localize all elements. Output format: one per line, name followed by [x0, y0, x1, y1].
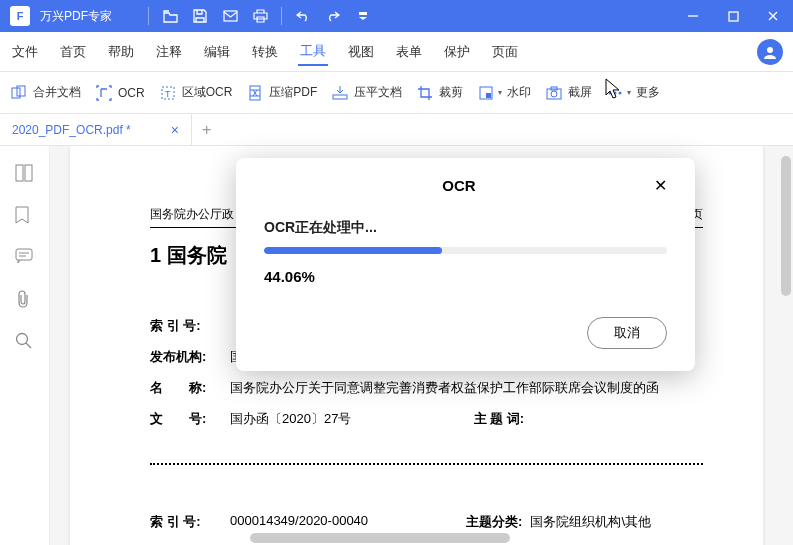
dialog-close-icon[interactable]: ✕ [654, 176, 667, 195]
app-logo-icon: F [10, 6, 30, 26]
tab-close-icon[interactable]: × [171, 122, 179, 138]
tool-screenshot[interactable]: 截屏 [545, 84, 592, 102]
attachment-icon[interactable] [15, 290, 35, 310]
dialog-title: OCR [264, 177, 654, 194]
menu-home[interactable]: 首页 [58, 39, 88, 65]
print-icon[interactable] [248, 4, 272, 28]
flatten-icon [331, 84, 349, 102]
menu-forms[interactable]: 表单 [394, 39, 424, 65]
svg-rect-10 [333, 95, 347, 99]
progress-percent: 44.06% [264, 268, 667, 285]
undo-icon[interactable] [291, 4, 315, 28]
new-tab-button[interactable]: + [192, 121, 221, 139]
tool-area-ocr[interactable]: T区域OCR [159, 84, 233, 102]
save-icon[interactable] [188, 4, 212, 28]
svg-rect-20 [25, 165, 32, 181]
svg-rect-1 [359, 12, 367, 15]
maximize-button[interactable] [713, 0, 753, 32]
svg-rect-3 [729, 12, 738, 21]
thumbnails-icon[interactable] [15, 164, 35, 184]
tool-watermark[interactable]: ▾水印 [477, 84, 531, 102]
tool-merge[interactable]: 合并文档 [10, 84, 81, 102]
sidebar [0, 146, 50, 545]
close-button[interactable] [753, 0, 793, 32]
separator-dotted [150, 463, 703, 465]
title-bar: F 万兴PDF专家 [0, 0, 793, 32]
tab-strip: 2020_PDF_OCR.pdf * × + [0, 114, 793, 146]
redo-icon[interactable] [321, 4, 345, 28]
svg-line-25 [26, 343, 31, 348]
svg-point-16 [609, 91, 612, 94]
separator [148, 7, 149, 25]
tab-label: 2020_PDF_OCR.pdf * [12, 123, 131, 137]
ocr-icon [95, 84, 113, 102]
watermark-icon [477, 84, 495, 102]
svg-point-4 [767, 47, 773, 53]
toolbar: 合并文档 OCR T区域OCR 压缩PDF 压平文档 裁剪 ▾水印 截屏 ▾更多 [0, 72, 793, 114]
menu-help[interactable]: 帮助 [106, 39, 136, 65]
menu-pages[interactable]: 页面 [490, 39, 520, 65]
open-icon[interactable] [158, 4, 182, 28]
compress-icon [246, 84, 264, 102]
separator [281, 7, 282, 25]
dialog-message: OCR正在处理中... [264, 219, 667, 237]
progress-fill [264, 247, 442, 254]
svg-point-14 [551, 91, 557, 97]
dropdown-icon[interactable] [351, 4, 375, 28]
crop-icon [416, 84, 434, 102]
svg-rect-21 [16, 249, 32, 260]
horizontal-scrollbar[interactable] [250, 533, 510, 543]
cancel-button[interactable]: 取消 [587, 317, 667, 349]
chevron-down-icon: ▾ [627, 88, 631, 97]
page-header-left: 国务院办公厅政 [150, 206, 234, 223]
user-avatar-icon[interactable] [757, 39, 783, 65]
mail-icon[interactable] [218, 4, 242, 28]
menu-protect[interactable]: 保护 [442, 39, 472, 65]
menu-bar: 文件 首页 帮助 注释 编辑 转换 工具 视图 表单 保护 页面 [0, 32, 793, 72]
svg-rect-0 [224, 11, 237, 21]
svg-rect-12 [486, 93, 491, 98]
more-icon [606, 84, 624, 102]
bookmark-icon[interactable] [15, 206, 35, 226]
vertical-scrollbar[interactable] [781, 156, 791, 296]
app-name: 万兴PDF专家 [40, 8, 112, 25]
svg-point-18 [619, 91, 622, 94]
svg-text:T: T [165, 89, 171, 99]
area-ocr-icon: T [159, 84, 177, 102]
menu-view[interactable]: 视图 [346, 39, 376, 65]
tool-compress[interactable]: 压缩PDF [246, 84, 317, 102]
search-icon[interactable] [15, 332, 35, 352]
svg-point-24 [16, 334, 27, 345]
ocr-dialog: OCR ✕ OCR正在处理中... 44.06% 取消 [236, 158, 695, 371]
svg-point-17 [614, 91, 617, 94]
tool-crop[interactable]: 裁剪 [416, 84, 463, 102]
tool-ocr[interactable]: OCR [95, 84, 145, 102]
menu-annotate[interactable]: 注释 [154, 39, 184, 65]
progress-bar [264, 247, 667, 254]
menu-edit[interactable]: 编辑 [202, 39, 232, 65]
merge-icon [10, 84, 28, 102]
chevron-down-icon: ▾ [498, 88, 502, 97]
svg-rect-19 [16, 165, 23, 181]
camera-icon [545, 84, 563, 102]
tool-more[interactable]: ▾更多 [606, 84, 660, 102]
menu-file[interactable]: 文件 [10, 39, 40, 65]
document-tab[interactable]: 2020_PDF_OCR.pdf * × [0, 114, 192, 145]
minimize-button[interactable] [673, 0, 713, 32]
menu-tools[interactable]: 工具 [298, 38, 328, 66]
menu-convert[interactable]: 转换 [250, 39, 280, 65]
comments-icon[interactable] [15, 248, 35, 268]
tool-flatten[interactable]: 压平文档 [331, 84, 402, 102]
